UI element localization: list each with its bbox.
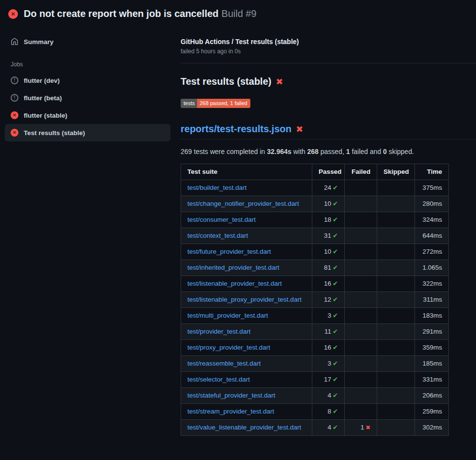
build-number: Build #9 bbox=[221, 8, 256, 19]
suite-link[interactable]: test/listenable_provider_test.dart bbox=[187, 280, 282, 287]
suite-cell: test/listenable_provider_test.dart bbox=[181, 276, 312, 292]
suite-link[interactable]: test/context_test.dart bbox=[187, 232, 248, 239]
summary-mid: failed and bbox=[350, 148, 384, 155]
time-value: 183ms bbox=[422, 312, 442, 319]
passed-cell: 4✔ bbox=[312, 420, 345, 436]
col-passed: Passed bbox=[312, 164, 345, 180]
check-icon: ✔ bbox=[333, 424, 338, 431]
time-value: 206ms bbox=[422, 392, 442, 399]
job-neutral-icon: ! bbox=[11, 94, 18, 102]
time-cell: 206ms bbox=[415, 388, 449, 404]
passed-cell: 18✔ bbox=[312, 212, 345, 228]
tests-badge: tests 268 passed, 1 failed bbox=[181, 99, 250, 108]
sidebar-item-job-flutter-beta[interactable]: ! flutter (beta) bbox=[5, 89, 170, 107]
suite-link[interactable]: test/multi_provider_test.dart bbox=[187, 312, 268, 319]
suite-link[interactable]: test/change_notifier_provider_test.dart bbox=[187, 200, 299, 207]
time-cell: 259ms bbox=[415, 404, 449, 420]
failed-x-icon: ✖ bbox=[296, 124, 303, 135]
time-cell: 280ms bbox=[415, 196, 449, 212]
time-value: 302ms bbox=[422, 424, 442, 431]
suite-link[interactable]: test/future_provider_test.dart bbox=[187, 248, 271, 255]
passed-cell: 3✔ bbox=[312, 356, 345, 372]
suite-cell: test/change_notifier_provider_test.dart bbox=[181, 196, 312, 212]
table-row: test/provider_test.dart11✔291ms bbox=[181, 324, 449, 340]
suite-cell: test/builder_test.dart bbox=[181, 180, 312, 196]
report-title: reports/test-results.json ✖ bbox=[181, 123, 476, 139]
skipped-cell bbox=[377, 180, 415, 196]
time-value: 272ms bbox=[422, 248, 442, 255]
run-title: Do not create report when job is cancell… bbox=[24, 8, 218, 19]
failed-cell bbox=[345, 372, 377, 388]
passed-count: 11 bbox=[324, 328, 331, 335]
failed-x-icon: ✖ bbox=[276, 77, 283, 87]
sidebar-job-label: Test results (stable) bbox=[24, 129, 85, 137]
time-cell: 359ms bbox=[415, 340, 449, 356]
time-value: 359ms bbox=[422, 344, 442, 351]
check-run-panel: GitHub Actions / Test results (stable) f… bbox=[178, 26, 476, 436]
skipped-cell bbox=[377, 340, 415, 356]
suite-link[interactable]: test/inherited_provider_test.dart bbox=[187, 264, 279, 271]
time-value: 644ms bbox=[422, 232, 442, 239]
passed-count: 31 bbox=[324, 232, 331, 239]
sidebar-item-job-flutter-stable[interactable]: ✕ flutter (stable) bbox=[5, 107, 170, 124]
time-cell: 302ms bbox=[415, 420, 449, 436]
passed-count: 10 bbox=[324, 248, 331, 255]
passed-cell: 10✔ bbox=[312, 196, 345, 212]
suite-link[interactable]: test/stream_provider_test.dart bbox=[187, 408, 274, 415]
suite-link[interactable]: test/consumer_test.dart bbox=[187, 216, 256, 223]
home-icon bbox=[11, 38, 18, 46]
skipped-cell bbox=[377, 244, 415, 260]
check-icon: ✔ bbox=[333, 264, 338, 271]
report-file-link[interactable]: reports/test-results.json bbox=[181, 123, 292, 135]
passed-count: 16 bbox=[324, 280, 331, 287]
check-icon: ✔ bbox=[333, 312, 338, 319]
sidebar-item-job-test-results-stable[interactable]: ✕ Test results (stable) bbox=[5, 124, 170, 141]
skipped-cell bbox=[377, 420, 415, 436]
passed-cell: 31✔ bbox=[312, 228, 345, 244]
sidebar: Summary Jobs ! flutter (dev) ! flutter (… bbox=[0, 26, 178, 141]
check-icon: ✔ bbox=[333, 408, 338, 415]
suite-link[interactable]: test/value_listenable_provider_test.dart bbox=[187, 424, 301, 431]
suite-link[interactable]: test/listenable_proxy_provider_test.dart bbox=[187, 296, 302, 303]
skipped-cell bbox=[377, 308, 415, 324]
check-title: Test results (stable) ✖ bbox=[181, 76, 476, 87]
passed-cell: 4✔ bbox=[312, 388, 345, 404]
table-row: test/inherited_provider_test.dart81✔1.06… bbox=[181, 260, 449, 276]
suite-link[interactable]: test/builder_test.dart bbox=[187, 184, 246, 191]
summary-mid: with bbox=[292, 148, 307, 155]
sidebar-summary-label: Summary bbox=[24, 38, 54, 46]
col-failed: Failed bbox=[345, 164, 377, 180]
suite-link[interactable]: test/reassemble_test.dart bbox=[187, 360, 261, 367]
skipped-cell bbox=[377, 196, 415, 212]
passed-cell: 11✔ bbox=[312, 324, 345, 340]
time-cell: 1.065s bbox=[415, 260, 449, 276]
table-row: test/stateful_provider_test.dart4✔206ms bbox=[181, 388, 449, 404]
suite-link[interactable]: test/proxy_provider_test.dart bbox=[187, 344, 270, 351]
passed-count: 17 bbox=[324, 376, 331, 383]
skipped-cell bbox=[377, 356, 415, 372]
skipped-cell bbox=[377, 228, 415, 244]
suite-cell: test/future_provider_test.dart bbox=[181, 244, 312, 260]
sidebar-item-job-flutter-dev[interactable]: ! flutter (dev) bbox=[5, 72, 170, 89]
suite-cell: test/provider_test.dart bbox=[181, 324, 312, 340]
col-skipped: Skipped bbox=[377, 164, 415, 180]
suite-link[interactable]: test/provider_test.dart bbox=[187, 328, 251, 335]
skipped-cell bbox=[377, 404, 415, 420]
summary-prefix: 269 tests were completed in bbox=[181, 148, 267, 155]
suite-link[interactable]: test/selector_test.dart bbox=[187, 376, 250, 383]
table-row: test/reassemble_test.dart3✔185ms bbox=[181, 356, 449, 372]
passed-cell: 16✔ bbox=[312, 340, 345, 356]
check-icon: ✔ bbox=[333, 184, 338, 191]
passed-count: 4 bbox=[328, 424, 332, 431]
tests-badge-value: 268 passed, 1 failed bbox=[197, 99, 250, 108]
sidebar-item-summary[interactable]: Summary bbox=[5, 33, 170, 50]
run-header: ✕ Do not create report when job is cance… bbox=[0, 0, 476, 26]
breadcrumb: GitHub Actions / Test results (stable) bbox=[181, 38, 476, 46]
passed-cell: 8✔ bbox=[312, 404, 345, 420]
skipped-cell bbox=[377, 292, 415, 308]
time-value: 1.065s bbox=[422, 264, 442, 271]
check-icon: ✔ bbox=[333, 296, 338, 303]
time-value: 322ms bbox=[422, 280, 442, 287]
suite-link[interactable]: test/stateful_provider_test.dart bbox=[187, 392, 276, 399]
table-row: test/proxy_provider_test.dart16✔359ms bbox=[181, 340, 449, 356]
